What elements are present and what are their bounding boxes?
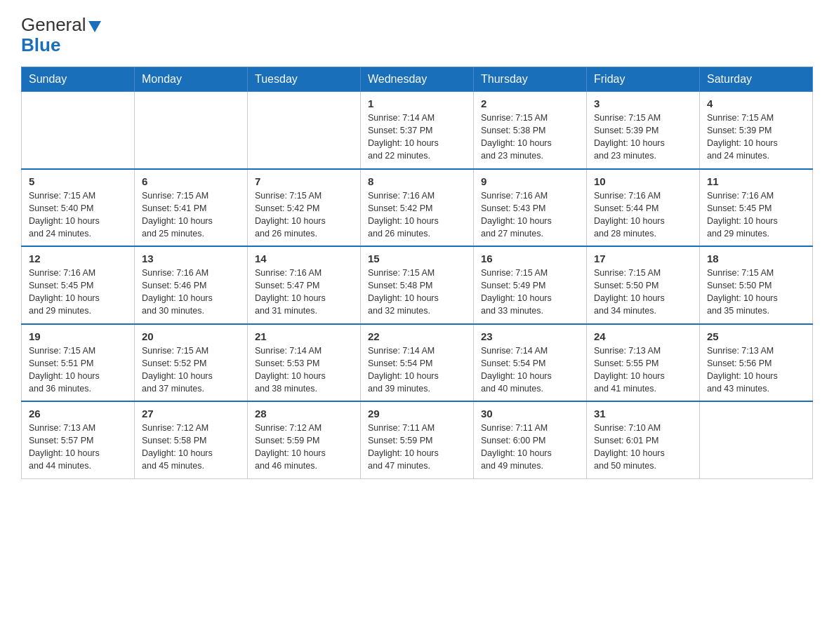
calendar-cell: 22Sunrise: 7:14 AM Sunset: 5:54 PM Dayli… — [361, 324, 474, 402]
calendar-cell: 13Sunrise: 7:16 AM Sunset: 5:46 PM Dayli… — [135, 246, 248, 324]
day-info: Sunrise: 7:14 AM Sunset: 5:54 PM Dayligh… — [368, 344, 466, 396]
day-info: Sunrise: 7:14 AM Sunset: 5:54 PM Dayligh… — [481, 344, 579, 396]
col-header-monday: Monday — [135, 67, 248, 92]
day-number: 26 — [29, 408, 127, 420]
calendar-cell: 12Sunrise: 7:16 AM Sunset: 5:45 PM Dayli… — [22, 246, 135, 324]
col-header-saturday: Saturday — [700, 67, 813, 92]
day-info: Sunrise: 7:10 AM Sunset: 6:01 PM Dayligh… — [594, 422, 692, 473]
calendar-cell: 15Sunrise: 7:15 AM Sunset: 5:48 PM Dayli… — [361, 246, 474, 324]
day-info: Sunrise: 7:11 AM Sunset: 6:00 PM Dayligh… — [481, 422, 579, 473]
calendar-cell: 3Sunrise: 7:15 AM Sunset: 5:39 PM Daylig… — [587, 92, 700, 169]
logo-line: General — [21, 14, 101, 36]
day-info: Sunrise: 7:11 AM Sunset: 5:59 PM Dayligh… — [368, 422, 466, 473]
calendar-cell: 5Sunrise: 7:15 AM Sunset: 5:40 PM Daylig… — [22, 169, 135, 247]
calendar-cell: 24Sunrise: 7:13 AM Sunset: 5:55 PM Dayli… — [587, 324, 700, 402]
calendar-cell: 4Sunrise: 7:15 AM Sunset: 5:39 PM Daylig… — [700, 92, 813, 169]
day-info: Sunrise: 7:16 AM Sunset: 5:43 PM Dayligh… — [481, 189, 579, 241]
day-number: 22 — [368, 330, 466, 342]
day-number: 19 — [29, 330, 127, 342]
day-number: 28 — [255, 408, 353, 420]
calendar-cell: 26Sunrise: 7:13 AM Sunset: 5:57 PM Dayli… — [22, 401, 135, 478]
calendar-cell: 1Sunrise: 7:14 AM Sunset: 5:37 PM Daylig… — [361, 92, 474, 169]
day-info: Sunrise: 7:16 AM Sunset: 5:42 PM Dayligh… — [368, 189, 466, 241]
calendar-cell — [700, 401, 813, 478]
day-info: Sunrise: 7:15 AM Sunset: 5:49 PM Dayligh… — [481, 267, 579, 318]
calendar-cell: 11Sunrise: 7:16 AM Sunset: 5:45 PM Dayli… — [700, 169, 813, 247]
day-info: Sunrise: 7:14 AM Sunset: 5:53 PM Dayligh… — [255, 344, 353, 396]
day-info: Sunrise: 7:16 AM Sunset: 5:45 PM Dayligh… — [29, 267, 127, 318]
calendar-cell: 28Sunrise: 7:12 AM Sunset: 5:59 PM Dayli… — [248, 401, 361, 478]
day-info: Sunrise: 7:15 AM Sunset: 5:48 PM Dayligh… — [368, 267, 466, 318]
day-number: 1 — [368, 98, 466, 109]
day-number: 29 — [368, 408, 466, 420]
day-info: Sunrise: 7:16 AM Sunset: 5:45 PM Dayligh… — [707, 189, 805, 241]
day-info: Sunrise: 7:15 AM Sunset: 5:50 PM Dayligh… — [594, 267, 692, 318]
calendar-cell: 9Sunrise: 7:16 AM Sunset: 5:43 PM Daylig… — [474, 169, 587, 247]
day-number: 23 — [481, 330, 579, 342]
day-number: 8 — [368, 175, 466, 187]
col-header-thursday: Thursday — [474, 67, 587, 92]
logo-general-text: General — [21, 14, 86, 36]
day-info: Sunrise: 7:15 AM Sunset: 5:39 PM Dayligh… — [594, 112, 692, 163]
day-info: Sunrise: 7:14 AM Sunset: 5:37 PM Dayligh… — [368, 112, 466, 163]
day-info: Sunrise: 7:16 AM Sunset: 5:46 PM Dayligh… — [142, 267, 240, 318]
day-number: 2 — [481, 98, 579, 109]
calendar-cell: 30Sunrise: 7:11 AM Sunset: 6:00 PM Dayli… — [474, 401, 587, 478]
day-info: Sunrise: 7:15 AM Sunset: 5:50 PM Dayligh… — [707, 267, 805, 318]
calendar-cell: 10Sunrise: 7:16 AM Sunset: 5:44 PM Dayli… — [587, 169, 700, 247]
day-info: Sunrise: 7:15 AM Sunset: 5:38 PM Dayligh… — [481, 112, 579, 163]
calendar-cell: 16Sunrise: 7:15 AM Sunset: 5:49 PM Dayli… — [474, 246, 587, 324]
day-info: Sunrise: 7:12 AM Sunset: 5:59 PM Dayligh… — [255, 422, 353, 473]
day-number: 21 — [255, 330, 353, 342]
day-info: Sunrise: 7:16 AM Sunset: 5:47 PM Dayligh… — [255, 267, 353, 318]
calendar-cell: 29Sunrise: 7:11 AM Sunset: 5:59 PM Dayli… — [361, 401, 474, 478]
day-info: Sunrise: 7:15 AM Sunset: 5:40 PM Dayligh… — [29, 189, 127, 241]
day-number: 18 — [707, 253, 805, 264]
day-number: 6 — [142, 175, 240, 187]
col-header-sunday: Sunday — [22, 67, 135, 92]
day-number: 30 — [481, 408, 579, 420]
day-info: Sunrise: 7:15 AM Sunset: 5:52 PM Dayligh… — [142, 344, 240, 396]
calendar-cell — [248, 92, 361, 169]
day-number: 27 — [142, 408, 240, 420]
calendar-cell: 8Sunrise: 7:16 AM Sunset: 5:42 PM Daylig… — [361, 169, 474, 247]
col-header-tuesday: Tuesday — [248, 67, 361, 92]
calendar-cell — [22, 92, 135, 169]
calendar-cell — [135, 92, 248, 169]
day-number: 11 — [707, 175, 805, 187]
day-number: 13 — [142, 253, 240, 264]
day-info: Sunrise: 7:13 AM Sunset: 5:55 PM Dayligh… — [594, 344, 692, 396]
calendar-cell: 14Sunrise: 7:16 AM Sunset: 5:47 PM Dayli… — [248, 246, 361, 324]
day-number: 7 — [255, 175, 353, 187]
header-row: SundayMondayTuesdayWednesdayThursdayFrid… — [22, 67, 813, 92]
day-info: Sunrise: 7:13 AM Sunset: 5:56 PM Dayligh… — [707, 344, 805, 396]
calendar-table: SundayMondayTuesdayWednesdayThursdayFrid… — [21, 67, 813, 479]
day-number: 4 — [707, 98, 805, 109]
day-info: Sunrise: 7:12 AM Sunset: 5:58 PM Dayligh… — [142, 422, 240, 473]
calendar-cell: 2Sunrise: 7:15 AM Sunset: 5:38 PM Daylig… — [474, 92, 587, 169]
logo-blue-text: Blue — [21, 34, 60, 56]
calendar-cell: 25Sunrise: 7:13 AM Sunset: 5:56 PM Dayli… — [700, 324, 813, 402]
logo-triangle-icon — [88, 21, 101, 32]
day-number: 16 — [481, 253, 579, 264]
day-number: 3 — [594, 98, 692, 109]
week-row-5: 26Sunrise: 7:13 AM Sunset: 5:57 PM Dayli… — [22, 401, 813, 478]
col-header-wednesday: Wednesday — [361, 67, 474, 92]
day-number: 10 — [594, 175, 692, 187]
week-row-2: 5Sunrise: 7:15 AM Sunset: 5:40 PM Daylig… — [22, 169, 813, 247]
calendar-cell: 6Sunrise: 7:15 AM Sunset: 5:41 PM Daylig… — [135, 169, 248, 247]
day-number: 14 — [255, 253, 353, 264]
calendar-cell: 7Sunrise: 7:15 AM Sunset: 5:42 PM Daylig… — [248, 169, 361, 247]
week-row-4: 19Sunrise: 7:15 AM Sunset: 5:51 PM Dayli… — [22, 324, 813, 402]
day-info: Sunrise: 7:15 AM Sunset: 5:41 PM Dayligh… — [142, 189, 240, 241]
day-number: 31 — [594, 408, 692, 420]
day-number: 20 — [142, 330, 240, 342]
calendar-cell: 27Sunrise: 7:12 AM Sunset: 5:58 PM Dayli… — [135, 401, 248, 478]
day-info: Sunrise: 7:13 AM Sunset: 5:57 PM Dayligh… — [29, 422, 127, 473]
week-row-1: 1Sunrise: 7:14 AM Sunset: 5:37 PM Daylig… — [22, 92, 813, 169]
calendar-cell: 19Sunrise: 7:15 AM Sunset: 5:51 PM Dayli… — [22, 324, 135, 402]
week-row-3: 12Sunrise: 7:16 AM Sunset: 5:45 PM Dayli… — [22, 246, 813, 324]
calendar-cell: 18Sunrise: 7:15 AM Sunset: 5:50 PM Dayli… — [700, 246, 813, 324]
day-info: Sunrise: 7:15 AM Sunset: 5:42 PM Dayligh… — [255, 189, 353, 241]
day-number: 24 — [594, 330, 692, 342]
